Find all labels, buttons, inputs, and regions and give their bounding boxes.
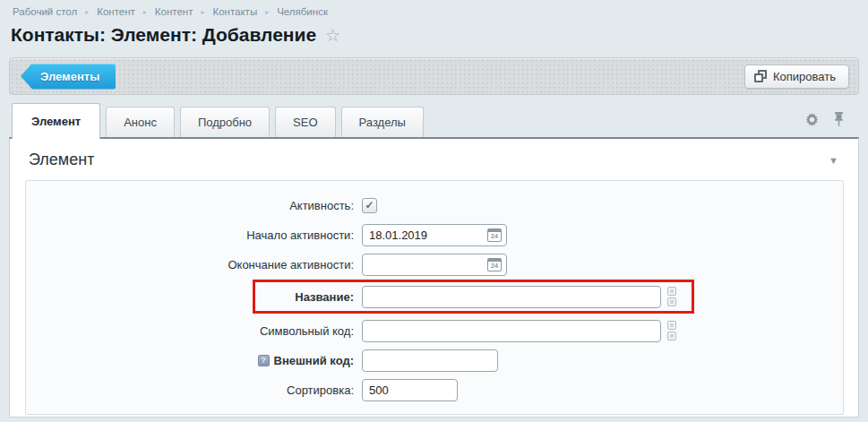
- pin-icon[interactable]: [834, 112, 844, 126]
- field-row-code: Символьный код:: [26, 319, 843, 342]
- field-row-external-code: ? Внешний код:: [26, 349, 843, 372]
- settings-gear-icon[interactable]: [805, 113, 819, 126]
- breadcrumb-item-chelyabinsk[interactable]: Челябинск: [277, 6, 328, 17]
- toolbar: Элементы Копировать: [9, 57, 859, 95]
- page-title: Контакты: Элемент: Добавление: [11, 24, 316, 46]
- breadcrumb-separator-icon: ▸: [85, 8, 89, 16]
- breadcrumb-separator-icon: ▸: [201, 8, 204, 16]
- translit-settings-icon[interactable]: [667, 287, 676, 306]
- active-to-label: Окончание активности:: [26, 258, 362, 271]
- tab-razdely[interactable]: Разделы: [341, 107, 424, 137]
- admin-page: Рабочий стол ▸ Контент ▸ Контент ▸ Конта…: [0, 0, 868, 418]
- field-row-activity: Активность: ✓: [26, 194, 843, 217]
- sort-label: Сортировка:: [26, 383, 362, 397]
- external-code-input[interactable]: [362, 349, 498, 372]
- active-from-input[interactable]: [362, 224, 507, 246]
- activity-checkbox[interactable]: ✓: [362, 198, 377, 213]
- field-row-active-to: Окончание активности: 24: [26, 253, 843, 276]
- favorite-star-icon[interactable]: ☆: [325, 27, 340, 44]
- sort-input[interactable]: [362, 379, 458, 401]
- section-title: Элемент: [29, 151, 94, 169]
- active-from-label: Начало активности:: [26, 228, 362, 242]
- tab-seo[interactable]: SEO: [275, 107, 335, 137]
- edit-form: Элемент ▼ Активность: ✓ Начало активност…: [9, 137, 859, 418]
- fields-panel: Активность: ✓ Начало активности: 24 Окон…: [25, 180, 844, 415]
- help-icon[interactable]: ?: [258, 355, 270, 366]
- breadcrumb-item-content-1[interactable]: Контент: [97, 6, 135, 17]
- breadcrumb-item-contacts[interactable]: Контакты: [212, 6, 257, 17]
- field-row-sort: Сортировка:: [26, 378, 843, 401]
- copy-button-label: Копировать: [773, 70, 836, 83]
- activity-label: Активность:: [26, 199, 362, 212]
- name-label: Название:: [26, 290, 362, 304]
- translit-settings-icon[interactable]: [667, 321, 676, 340]
- tab-podrobno[interactable]: Подробно: [180, 107, 270, 137]
- collapse-section-icon[interactable]: ▼: [829, 155, 838, 166]
- calendar-icon[interactable]: 24: [487, 258, 502, 271]
- copy-icon: [754, 70, 767, 82]
- tab-bar: Элемент Анонс Подробно SEO Разделы: [9, 103, 859, 137]
- breadcrumb-item-desktop[interactable]: Рабочий стол: [13, 6, 77, 17]
- active-to-input[interactable]: [362, 254, 507, 276]
- tab-anons[interactable]: Анонс: [106, 107, 175, 137]
- breadcrumb-separator-icon: ▸: [265, 8, 269, 16]
- copy-button[interactable]: Копировать: [744, 65, 849, 89]
- code-input[interactable]: [362, 320, 661, 342]
- breadcrumb: Рабочий стол ▸ Контент ▸ Контент ▸ Конта…: [9, 0, 859, 21]
- code-label: Символьный код:: [26, 324, 362, 338]
- name-input[interactable]: [362, 286, 661, 308]
- field-row-name: Название:: [26, 285, 843, 308]
- breadcrumb-item-content-2[interactable]: Контент: [155, 6, 193, 17]
- field-row-active-from: Начало активности: 24: [26, 223, 843, 246]
- elements-back-button[interactable]: Элементы: [21, 64, 116, 90]
- breadcrumb-separator-icon: ▸: [143, 8, 147, 16]
- external-code-label: ? Внешний код:: [26, 354, 362, 367]
- external-code-label-text: Внешний код:: [274, 354, 354, 367]
- calendar-icon[interactable]: 24: [487, 228, 502, 242]
- tab-element[interactable]: Элемент: [12, 103, 100, 139]
